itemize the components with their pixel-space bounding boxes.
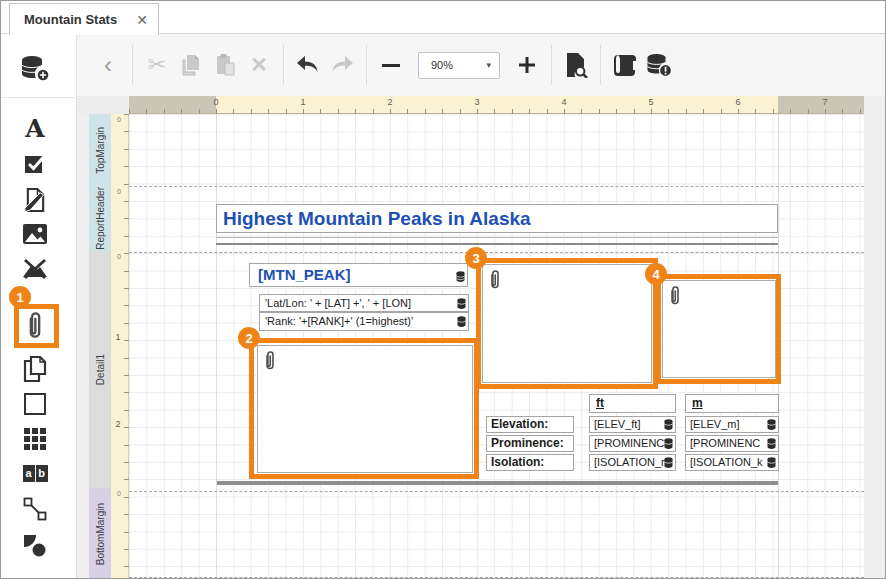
ruler-number: 2 (387, 97, 392, 107)
script-button[interactable] (608, 45, 642, 85)
ruler-number: 7 (822, 97, 827, 107)
zoom-out-button[interactable] (374, 45, 408, 85)
chevron-down-icon: ▾ (486, 60, 491, 70)
page-magnifier-icon (564, 52, 588, 78)
text-tool-button[interactable]: A (16, 110, 54, 146)
band-label-bottom-margin[interactable]: BottomMargin (89, 488, 111, 579)
zoom-level-value: 90% (431, 59, 453, 71)
shape-tool-button[interactable] (16, 528, 54, 564)
header-line-thin[interactable] (216, 237, 778, 238)
checkbox-tool-button[interactable] (16, 145, 54, 181)
line-tool-button[interactable] (16, 491, 54, 527)
band-boundary[interactable] (129, 252, 864, 253)
callout-badge-1: 1 (9, 286, 31, 308)
zoom-in-button[interactable] (510, 45, 544, 85)
redo-button[interactable] (325, 45, 359, 85)
rectangle-icon (24, 393, 46, 415)
toolbox-sidebar: A 1 a b (1, 34, 77, 579)
detail-band-bottom-line[interactable] (217, 481, 778, 485)
band-boundary[interactable] (129, 577, 864, 578)
add-data-source-button[interactable] (16, 50, 54, 86)
data-field-icon (664, 419, 673, 433)
unit-header-ft[interactable]: ft (589, 394, 676, 413)
unit-header-m[interactable]: m (685, 394, 779, 413)
clone-tool-button[interactable] (16, 351, 54, 387)
delete-button[interactable]: ✕ (242, 45, 276, 85)
picture-tool-button[interactable] (16, 216, 54, 252)
rectangle-tool-button[interactable] (16, 386, 54, 422)
design-canvas: 0 1 2 3 4 5 6 7 TopMargin ReportHeader D… (77, 96, 886, 579)
barcode-tool-button[interactable]: a b (16, 455, 54, 491)
ab-icon-a: a (23, 465, 35, 482)
row-label-prominence[interactable]: Prominence: (486, 435, 574, 452)
value-isolation-mi[interactable]: [ISOLATION_m (589, 454, 676, 471)
back-button[interactable]: ‹ (91, 45, 125, 85)
band-boundary[interactable] (129, 491, 864, 492)
paste-button[interactable] (208, 45, 242, 85)
band-label-report-header[interactable]: ReportHeader (89, 186, 111, 251)
data-field-icon (664, 457, 673, 471)
callout-box-3 (476, 258, 658, 389)
ab-icon-b: b (36, 465, 48, 482)
toolbar-divider (366, 45, 367, 85)
row-label-isolation[interactable]: Isolation: (486, 454, 574, 471)
paste-icon (214, 53, 236, 77)
cut-button[interactable]: ✂ (140, 45, 174, 85)
table-tool-button[interactable] (16, 421, 54, 457)
tab-mountain-stats[interactable]: Mountain Stats ✕ (9, 3, 159, 35)
ruler-number: 1 (300, 97, 305, 107)
latlon-expression-textbox[interactable]: 'Lat/Lon: ' + [LAT] +', ' + [LON] (259, 294, 469, 312)
callout-badge-4: 4 (645, 263, 667, 285)
value-prominence-m[interactable]: [PROMINENC (685, 435, 779, 452)
peak-field-textbox[interactable]: [MTN_PEAK] (249, 263, 468, 287)
ruler-corner (77, 96, 129, 114)
ab-icon: a b (23, 465, 48, 482)
rich-text-tool-button[interactable] (16, 181, 54, 217)
data-field-icon (767, 438, 776, 452)
header-line-thick[interactable] (216, 243, 778, 245)
checkbox-icon (23, 151, 47, 175)
value-elev-m[interactable]: [ELEV_m] (685, 416, 779, 433)
rank-expression-text: 'Rank: '+[RANK]+' (1=highest)' (265, 315, 413, 327)
shape-icon (23, 534, 47, 558)
ruler-number: 0 (117, 188, 127, 195)
band-boundary[interactable] (129, 186, 864, 187)
copy-button[interactable] (174, 45, 208, 85)
undo-icon (295, 54, 321, 76)
ruler-number: 6 (735, 97, 740, 107)
preview-button[interactable] (559, 45, 593, 85)
row-label-elevation[interactable]: Elevation: (486, 416, 574, 433)
data-field-icon (664, 438, 673, 452)
callout-box-2 (249, 338, 479, 479)
report-title-textbox[interactable]: Highest Mountain Peaks in Alaska (216, 204, 778, 233)
picture-placeholder-tool-button[interactable] (16, 251, 54, 287)
ruler-number: 4 (561, 97, 566, 107)
scroll-icon (612, 53, 638, 77)
value-isolation-km[interactable]: [ISOLATION_k (685, 454, 779, 471)
ruler-number: 3 (474, 97, 479, 107)
band-label-top-margin[interactable]: TopMargin (89, 114, 111, 186)
pages-icon (23, 356, 47, 382)
database-warning-icon (646, 53, 672, 77)
data-field-icon (457, 297, 466, 312)
latlon-expression-text: 'Lat/Lon: ' + [LAT] +', ' + [LON] (265, 297, 411, 309)
data-source-warning-button[interactable] (642, 45, 676, 85)
polyline-icon (23, 497, 47, 521)
value-prominence-ft[interactable]: [PROMINENCE (589, 435, 676, 452)
callout-badge-3: 3 (465, 247, 487, 269)
ruler-number: 0 (213, 97, 218, 107)
rank-expression-textbox[interactable]: 'Rank: '+[RANK]+' (1=highest)' (259, 312, 469, 331)
zoom-level-select[interactable]: 90% ▾ (418, 52, 500, 79)
callout-badge-2: 2 (238, 327, 260, 349)
undo-button[interactable] (291, 45, 325, 85)
picture-icon (22, 223, 48, 245)
value-elev-ft[interactable]: [ELEV_ft] (589, 416, 676, 433)
tab-close-icon[interactable]: ✕ (136, 12, 148, 28)
toolbar-divider (600, 45, 601, 85)
copy-icon (180, 53, 202, 77)
minus-icon (382, 64, 400, 67)
plus-icon (516, 54, 538, 76)
band-label-detail[interactable]: Detail1 (89, 251, 111, 488)
ruler-number: 2 (113, 419, 123, 429)
callout-box-4 (656, 274, 781, 384)
